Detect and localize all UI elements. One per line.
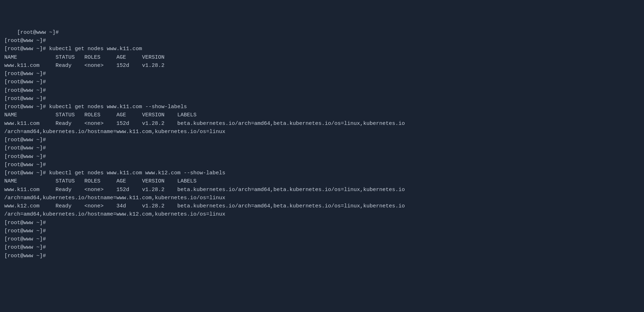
line-7: [root@www ~]#: [4, 79, 46, 85]
line-24: [root@www ~]#: [4, 220, 46, 226]
line-25: [root@www ~]#: [4, 228, 46, 234]
line-3: [root@www ~]# kubectl get nodes www.k11.…: [4, 46, 142, 52]
line-13: /arch=amd64,kubernetes.io/hostname=www.k…: [4, 129, 225, 135]
line-5: www.k11.com Ready <none> 152d v1.28.2: [4, 63, 164, 69]
line-20: www.k11.com Ready <none> 152d v1.28.2 be…: [4, 187, 405, 193]
line-19: NAME STATUS ROLES AGE VERSION LABELS: [4, 178, 197, 184]
line-4: NAME STATUS ROLES AGE VERSION: [4, 54, 164, 60]
line-8: [root@www ~]#: [4, 88, 46, 94]
line-11: NAME STATUS ROLES AGE VERSION LABELS: [4, 112, 197, 118]
line-26: [root@www ~]#: [4, 236, 46, 242]
line-16: [root@www ~]#: [4, 154, 46, 160]
line-10: [root@www ~]# kubectl get nodes www.k11.…: [4, 104, 187, 110]
line-12: www.k11.com Ready <none> 152d v1.28.2 be…: [4, 121, 405, 127]
line-1: [root@www ~]#: [17, 30, 59, 36]
line-14: [root@www ~]#: [4, 137, 46, 143]
line-21: /arch=amd64,kubernetes.io/hostname=www.k…: [4, 195, 225, 201]
line-18: [root@www ~]# kubectl get nodes www.k11.…: [4, 170, 225, 176]
line-23: /arch=amd64,kubernetes.io/hostname=www.k…: [4, 211, 225, 217]
terminal-window[interactable]: [root@www ~]# [root@www ~]# [root@www ~]…: [0, 0, 644, 312]
line-15: [root@www ~]#: [4, 145, 46, 151]
line-9: [root@www ~]#: [4, 96, 46, 102]
line-17: [root@www ~]#: [4, 162, 46, 168]
line-6: [root@www ~]#: [4, 71, 46, 77]
line-28: [root@www ~]#: [4, 253, 46, 259]
line-27: [root@www ~]#: [4, 244, 46, 250]
line-2: [root@www ~]#: [4, 38, 46, 44]
terminal-content: [root@www ~]# [root@www ~]# [root@www ~]…: [4, 20, 640, 277]
line-22: www.k12.com Ready <none> 34d v1.28.2 bet…: [4, 203, 405, 209]
